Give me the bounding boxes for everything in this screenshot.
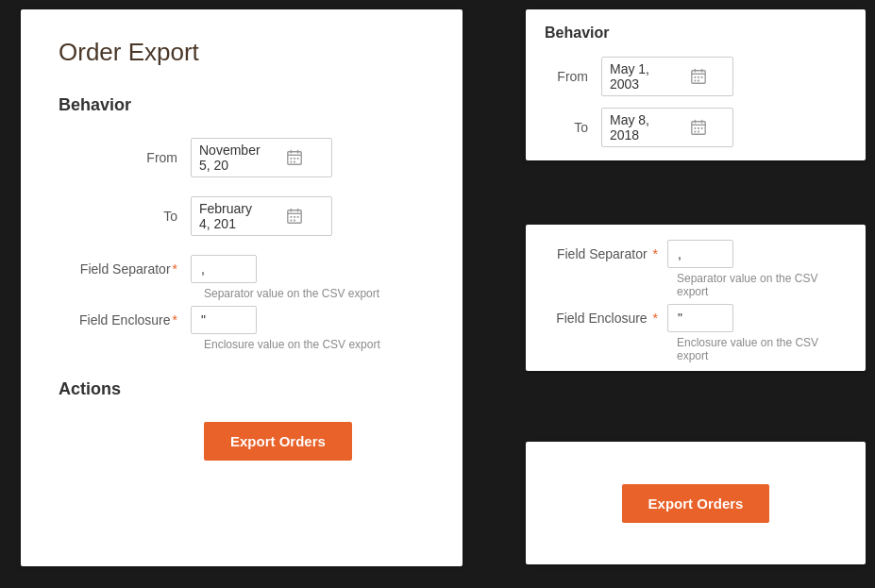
to-calendar-icon[interactable] [261,206,324,227]
from-label: From [59,150,191,165]
svg-rect-4 [291,158,293,160]
sep-card-enclosure-help: Enclosure value on the CSV export [677,336,847,362]
dates-from-value: May 1, 2003 [610,61,667,92]
field-separator-help: Separator value on the CSV export [204,287,425,300]
dates-from-row: From May 1, 2003 [545,57,847,96]
field-enclosure-label: Field Enclosure* [59,312,191,328]
to-date-input[interactable]: February 4, 201 [191,196,332,236]
svg-rect-34 [694,131,696,133]
actions-section-title: Actions [59,379,425,399]
sep-card-separator-row: Field Separator * [545,240,847,268]
sep-card-separator-input[interactable] [667,240,733,268]
sep-card-separator-required: * [649,246,658,261]
svg-rect-6 [297,158,299,160]
sep-card-enclosure-required: * [649,311,658,326]
svg-rect-5 [294,158,295,160]
dates-to-label: To [545,120,601,135]
svg-rect-35 [698,131,699,133]
to-date-value: February 4, 201 [199,201,261,231]
to-row: To February 4, 201 [59,196,425,236]
sep-card-separator-label: Field Separator * [545,246,667,261]
field-separator-label: Field Separator* [59,261,191,277]
svg-rect-26 [698,80,699,82]
dates-to-calendar-icon[interactable] [667,117,725,138]
sep-card-enclosure-row: Field Enclosure * [545,304,847,332]
svg-rect-25 [694,80,696,82]
svg-rect-15 [297,216,299,218]
svg-rect-22 [694,76,696,78]
export-orders-button[interactable]: Export Orders [204,422,352,461]
field-separator-row: Field Separator* [59,255,425,283]
svg-rect-31 [694,127,696,129]
separator-required: * [173,261,177,277]
svg-rect-23 [698,76,699,78]
svg-rect-13 [291,216,293,218]
svg-rect-33 [700,127,702,129]
sep-card-separator-help: Separator value on the CSV export [677,272,847,298]
enclosure-required: * [173,312,177,328]
dates-to-input[interactable]: May 8, 2018 [601,108,733,147]
dates-from-calendar-icon[interactable] [667,66,725,87]
svg-rect-8 [294,161,295,163]
sep-card: Field Separator * Separator value on the… [526,225,866,371]
field-enclosure-row: Field Enclosure* [59,306,425,334]
export-orders-button-2[interactable]: Export Orders [622,484,770,523]
page-title: Order Export [59,38,425,67]
from-row: From November 5, 20 [59,138,425,177]
dates-to-row: To May 8, 2018 [545,108,847,147]
field-separator-input[interactable] [191,255,257,283]
svg-rect-14 [294,216,295,218]
svg-rect-24 [700,76,702,78]
dates-card-title: Behavior [545,25,847,42]
dates-to-value: May 8, 2018 [610,112,667,143]
dates-card: Behavior From May 1, 2003 To [526,9,866,160]
export-card: Export Orders [526,442,866,564]
from-calendar-icon[interactable] [261,147,324,168]
svg-rect-7 [291,161,293,163]
from-date-value: November 5, 20 [199,143,261,173]
dates-from-label: From [545,69,601,84]
field-enclosure-help: Enclosure value on the CSV export [204,338,425,351]
behavior-section-title: Behavior [59,95,425,115]
svg-rect-17 [294,220,295,222]
from-date-input[interactable]: November 5, 20 [191,138,332,177]
dates-from-input[interactable]: May 1, 2003 [601,57,733,96]
svg-rect-16 [291,220,293,222]
sep-card-enclosure-input[interactable] [667,304,733,332]
svg-rect-32 [698,127,699,129]
to-label: To [59,209,191,224]
field-enclosure-input[interactable] [191,306,257,334]
main-card: Order Export Behavior From November 5, 2… [21,9,463,566]
sep-card-enclosure-label: Field Enclosure * [545,311,667,326]
